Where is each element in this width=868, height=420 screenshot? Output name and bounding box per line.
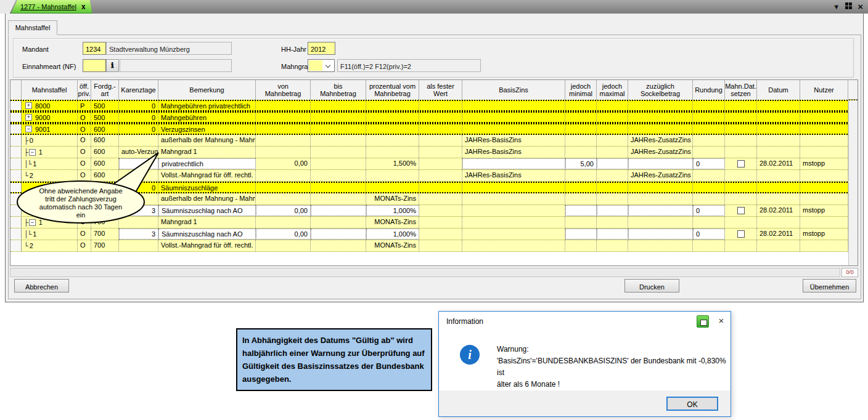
cell-gut	[10, 240, 22, 251]
close-icon[interactable]: ×	[858, 0, 863, 14]
cell-bis[interactable]	[311, 205, 366, 216]
cell-sockel: JAHRes-ZusatzZins	[628, 170, 693, 181]
cell-rund[interactable]: 0	[693, 158, 725, 169]
cell-bis[interactable]	[311, 228, 366, 240]
document-tab-mahnstaffel[interactable]: 1277 - Mahnstaffel x	[11, 0, 92, 14]
mahndat-checkbox[interactable]	[737, 230, 745, 238]
table-row[interactable]: 3Säumniszuschlag nach AO0,001,000%028.02…	[10, 205, 858, 217]
cell-nutzer	[800, 135, 848, 146]
cell-chk[interactable]	[725, 228, 757, 240]
cell-basis[interactable]	[462, 158, 565, 169]
drucken-button[interactable]: Drucken	[624, 279, 679, 293]
cell-min	[565, 183, 597, 192]
cell-proz[interactable]: 1,000%	[366, 205, 419, 216]
cell-gut	[10, 135, 22, 146]
ok-button[interactable]: OK	[666, 397, 718, 411]
cell-karenz[interactable]: 3	[119, 228, 158, 240]
cell-min	[565, 170, 597, 181]
cell-min[interactable]: 5,00	[565, 158, 597, 169]
cell-fordg: 700	[91, 228, 119, 240]
cell-gut	[10, 183, 22, 192]
cell-rund	[693, 101, 725, 110]
cell-sockel[interactable]	[628, 228, 693, 240]
cell-proz[interactable]: 1,000%	[366, 228, 419, 240]
cell-bem[interactable]: Säumniszuschlag nach AO	[158, 205, 256, 216]
mahndat-checkbox[interactable]	[737, 160, 745, 168]
cell-tree	[22, 205, 78, 216]
tree-expand-icon[interactable]: +	[25, 114, 32, 121]
chevron-down-icon	[326, 63, 330, 68]
cell-von: 0,00	[256, 158, 311, 169]
column-header-von: von Mahnbetrag	[256, 80, 311, 100]
table-row[interactable]: −9001O6000Verzugszinsen	[10, 123, 858, 135]
mandant-input[interactable]	[83, 42, 106, 55]
cell-von	[256, 147, 311, 158]
cell-von	[256, 217, 311, 228]
table-row[interactable]: └2O700Vollst.-Mahngrad für öff. rechtl. …	[10, 240, 858, 252]
cell-min[interactable]	[565, 205, 597, 216]
cell-chk[interactable]	[725, 205, 757, 216]
cell-karenz[interactable]: 3	[119, 205, 158, 216]
cell-nutzer: mstopp	[800, 228, 848, 240]
cell-bis	[311, 147, 366, 158]
tree-expand-icon[interactable]: +	[25, 102, 32, 109]
column-header-rund: Rundung	[693, 80, 725, 100]
table-row[interactable]: ├−1O600auto-VerzugMahngrad 1JAHRes-Basis…	[10, 147, 858, 158]
cell-bem: Mahngrad 1	[158, 217, 256, 228]
cell-von	[256, 170, 311, 181]
vertical-scrollbar[interactable]	[848, 100, 858, 265]
dialog-close-icon[interactable]: ×	[714, 315, 729, 327]
cell-rund[interactable]: 0	[693, 228, 725, 240]
table-row[interactable]: +9000O5000Mahngebühren	[10, 111, 858, 123]
horizontal-scrollbar[interactable]	[10, 268, 840, 277]
cell-bem: Vollst.-Mahngrad für öff. rechtl. Ford.	[158, 170, 256, 181]
cell-rund	[693, 147, 725, 158]
cell-min[interactable]	[565, 228, 597, 240]
table-row[interactable]: außerhalb der Mahnung - Mahngrad 0MONATs…	[10, 193, 858, 205]
table-row[interactable]: └2O600Vollst.-Mahngrad für öff. rechtl. …	[10, 170, 858, 182]
cell-fordg: 600	[91, 147, 119, 158]
table-row[interactable]: │└1O7003Säumniszuschlag nach AO0,001,000…	[10, 228, 858, 240]
cell-sockel[interactable]	[628, 158, 693, 169]
cell-von[interactable]: 0,00	[256, 205, 311, 216]
column-header-fordg: Fordg.- art	[91, 80, 119, 100]
cell-bem: Mahngrad 1	[158, 147, 256, 158]
tree-collapse-icon[interactable]: −	[29, 219, 36, 226]
tree-collapse-icon[interactable]: −	[29, 149, 36, 156]
cell-gut	[10, 228, 22, 240]
cell-max[interactable]	[597, 228, 628, 240]
table-row[interactable]: │└1O600privatrechtlich0,001,500%5,00028.…	[10, 158, 858, 170]
cell-karenz[interactable]	[119, 158, 158, 169]
hhjahr-input[interactable]	[308, 42, 335, 55]
cell-chk[interactable]	[725, 158, 757, 169]
cell-max[interactable]	[597, 158, 628, 169]
tab-close-icon[interactable]: x	[81, 2, 86, 11]
tile-windows-icon[interactable]	[845, 0, 852, 14]
table-row[interactable]: 0Säumniszuschläge	[10, 182, 858, 193]
cell-fordg	[91, 205, 119, 216]
cell-proz	[366, 170, 419, 181]
abbrechen-button[interactable]: Abbrechen	[14, 279, 69, 293]
tree-collapse-icon[interactable]: −	[25, 126, 32, 132]
table-row[interactable]: ├0O600außerhalb der Mahnung - Mahngrad 0…	[10, 135, 858, 147]
cell-max	[597, 124, 628, 134]
info-button[interactable]: ℹ	[106, 59, 119, 72]
cell-bem[interactable]: Säumniszuschlag nach AO	[158, 228, 256, 240]
einnahmeart-input[interactable]	[83, 59, 106, 72]
menu-arrow-icon[interactable]: ▼	[833, 0, 840, 14]
mahngrad-combo[interactable]	[308, 59, 335, 72]
dialog-titlebar[interactable]: Information ×	[439, 312, 731, 330]
cell-tree: ├0	[22, 135, 78, 146]
table-row[interactable]: ├−1O700Mahngrad 1MONATs-Zins	[10, 217, 858, 228]
dialog-body: i Warnung: 'BasisZins'='BUNDESBANKBASISZ…	[439, 330, 731, 392]
cell-max[interactable]	[597, 205, 628, 216]
cell-sockel[interactable]	[628, 205, 693, 216]
table-row[interactable]: +8000P5000Mahngebühren privatrechtlich	[10, 100, 858, 111]
cell-rund[interactable]: 0	[693, 205, 725, 216]
uebernehmen-button[interactable]: Übernehmen	[803, 279, 856, 293]
cell-fest	[419, 147, 462, 158]
mahndat-checkbox[interactable]	[737, 207, 745, 214]
cell-bem[interactable]: privatrechtlich	[158, 158, 256, 169]
cell-von[interactable]: 0,00	[256, 228, 311, 240]
tab-mahnstaffel[interactable]: Mahnstaffel	[8, 20, 57, 35]
